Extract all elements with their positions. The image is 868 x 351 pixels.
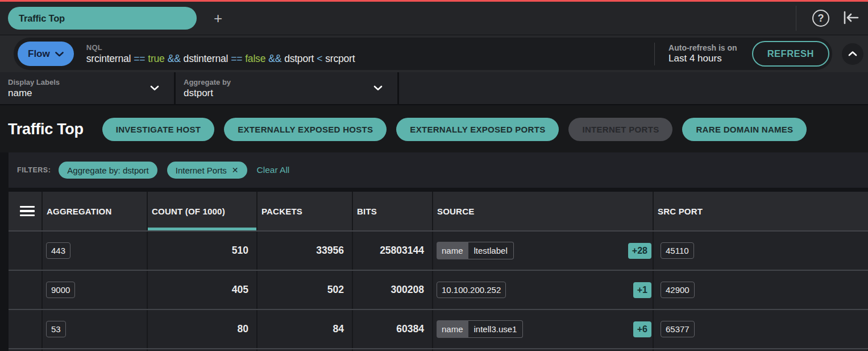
aggregate-by-inner: Aggregate by dstport — [176, 78, 373, 99]
count-cell: 510 — [148, 232, 258, 270]
lower-section: FILTERS: Aggregate by: dstport Internet … — [0, 152, 868, 351]
source-tag[interactable]: name ltestlabel — [437, 242, 514, 259]
source-cell: 10.100.200.252 +1 — [433, 271, 654, 309]
src-port-chip[interactable]: 42900 — [661, 282, 695, 298]
collapse-query-bar-button[interactable] — [842, 43, 863, 65]
query-token: == — [134, 53, 145, 64]
query-token: && — [268, 53, 281, 64]
chevron-down-icon — [55, 48, 64, 60]
column-header-packets[interactable]: PACKETS — [258, 192, 353, 230]
table-row[interactable]: 9000 405 502 300208 10.100.200.252 +1 42… — [9, 270, 868, 309]
help-icon: ? — [812, 10, 829, 27]
table-header-row: AGGREGATION COUNT (OF 1000) PACKETS BITS… — [9, 192, 868, 230]
src-port-cell: 65377 — [654, 310, 868, 348]
display-labels-label: Display Labels — [8, 78, 150, 86]
main-content: Traffic Top INVESTIGATE HOST EXTERNALLY … — [0, 105, 868, 351]
source-ip-chip[interactable]: 10.100.200.252 — [437, 282, 506, 298]
query-token: false — [245, 53, 265, 64]
count-cell: 405 — [148, 271, 258, 309]
page-title: Traffic Top — [8, 121, 84, 138]
investigate-host-button[interactable]: INVESTIGATE HOST — [102, 118, 215, 141]
bits-cell: 300208 — [353, 271, 433, 309]
aggregate-by-dropdown[interactable]: Aggregate by dstport — [176, 72, 397, 104]
query-token: dstinternal — [184, 53, 229, 64]
arrow-left-to-bar-icon — [842, 9, 860, 28]
display-labels-dropdown[interactable]: Display Labels name — [0, 72, 174, 104]
column-header-aggregation[interactable]: AGGREGATION — [43, 192, 148, 230]
filters-panel: FILTERS: Aggregate by: dstport Internet … — [9, 152, 868, 188]
source-cell: name ltestlabel +28 — [433, 232, 654, 270]
rare-domain-names-button[interactable]: RARE DOMAIN NAMES — [682, 118, 807, 141]
sort-indicator — [148, 228, 256, 230]
query-token: == — [231, 53, 242, 64]
packets-cell: 33956 — [258, 232, 353, 270]
traffic-table: AGGREGATION COUNT (OF 1000) PACKETS BITS… — [9, 192, 868, 351]
source-tag-value: ltestlabel — [468, 242, 514, 259]
refresh-button[interactable]: REFRESH — [752, 41, 829, 67]
hamburger-menu-icon[interactable] — [20, 206, 35, 217]
more-sources-badge[interactable]: +1 — [633, 282, 651, 298]
collapse-panel-button[interactable] — [842, 9, 860, 28]
src-port-cell: 42900 — [654, 271, 868, 309]
column-header-bits[interactable]: BITS — [353, 192, 433, 230]
title-row: Traffic Top INVESTIGATE HOST EXTERNALLY … — [0, 105, 868, 141]
aggregation-cell: 443 — [43, 232, 148, 270]
more-sources-badge[interactable]: +28 — [628, 243, 651, 259]
source-tag[interactable]: name intell3.use1 — [437, 320, 523, 338]
remove-filter-icon[interactable]: ✕ — [232, 166, 239, 175]
aggregate-by-value: dstport — [184, 88, 373, 99]
table-menu-cell — [9, 192, 43, 230]
query-token: srcport — [325, 53, 355, 64]
column-header-src-port[interactable]: SRC PORT — [654, 192, 868, 230]
clear-all-filters-button[interactable]: Clear All — [257, 165, 290, 175]
internet-ports-button: INTERNET PORTS — [568, 118, 672, 141]
tab-traffic-top[interactable]: Traffic Top — [8, 7, 197, 30]
auto-refresh-block[interactable]: Auto-refresh is on Last 4 hours — [668, 43, 737, 64]
source-tag-key: name — [437, 320, 468, 338]
nql-block: NQL srcinternal==true&&dstinternal==fals… — [86, 43, 358, 65]
filter-chip-label: Aggregate by: dstport — [67, 166, 148, 175]
chevron-down-icon — [373, 83, 383, 93]
table-row[interactable]: 53 80 84 60384 name intell3.use1 +6 6537… — [9, 309, 868, 348]
externally-exposed-hosts-button[interactable]: EXTERNALLY EXPOSED HOSTS — [224, 118, 387, 141]
filter-chip-label: Internet Ports — [176, 166, 227, 175]
column-header-count[interactable]: COUNT (OF 1000) — [148, 192, 258, 230]
time-range: Last 4 hours — [668, 53, 737, 64]
aggregation-chip[interactable]: 53 — [46, 321, 66, 337]
more-sources-badge[interactable]: +6 — [633, 321, 651, 337]
bits-cell: 60384 — [353, 310, 433, 348]
aggregation-chip[interactable]: 443 — [46, 242, 70, 259]
src-port-chip[interactable]: 65377 — [661, 321, 695, 337]
controls-divider — [397, 72, 399, 104]
query-token: true — [148, 53, 164, 64]
query-divider — [654, 43, 655, 65]
src-port-cell: 45110 — [654, 232, 868, 270]
query-mode-dropdown[interactable]: Flow — [18, 42, 74, 66]
add-tab-button[interactable]: + — [210, 11, 226, 26]
display-labels-value: name — [8, 88, 150, 99]
tab-label: Traffic Top — [19, 13, 65, 24]
aggregate-by-label: Aggregate by — [184, 78, 373, 86]
count-cell: 80 — [148, 310, 258, 348]
row-menu-cell — [9, 310, 43, 348]
source-cell: name intell3.use1 +6 — [433, 310, 654, 348]
nql-label: NQL — [86, 43, 358, 52]
query-container: Flow NQL srcinternal==true&&dstinternal=… — [14, 38, 832, 70]
source-tag-value: intell3.use1 — [468, 320, 524, 338]
aggregation-chip[interactable]: 9000 — [46, 282, 75, 298]
help-button[interactable]: ? — [812, 10, 829, 27]
nql-query-input[interactable]: srcinternal==true&&dstinternal==false&&d… — [86, 53, 358, 65]
query-token: < — [317, 53, 322, 64]
row-menu-cell — [9, 271, 43, 309]
externally-exposed-ports-button[interactable]: EXTERNALLY EXPOSED PORTS — [396, 118, 559, 141]
filter-chip-internet-ports[interactable]: Internet Ports ✕ — [167, 162, 247, 179]
filters-label: FILTERS: — [17, 166, 51, 174]
filter-chip-aggregate-by[interactable]: Aggregate by: dstport — [59, 162, 157, 179]
row-menu-cell — [9, 232, 43, 270]
src-port-chip[interactable]: 45110 — [661, 242, 694, 259]
packets-cell: 502 — [258, 271, 353, 309]
column-header-source[interactable]: SOURCE — [433, 192, 654, 230]
aggregation-cell: 9000 — [43, 271, 148, 309]
table-row[interactable]: 443 510 33956 25803144 name ltestlabel +… — [9, 230, 868, 270]
packets-cell: 84 — [258, 310, 353, 348]
